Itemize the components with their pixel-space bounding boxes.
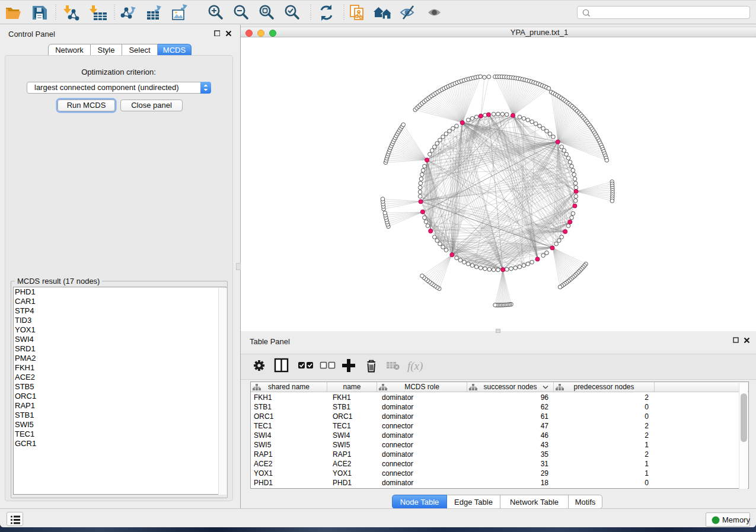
svg-text:f(x): f(x)	[407, 360, 423, 373]
